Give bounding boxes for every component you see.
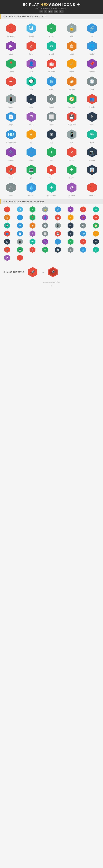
icon-symbol-large: ▶: [9, 44, 12, 48]
icon-label-large: sim flag: [49, 177, 54, 179]
hex-wrap-large: 🔒: [65, 22, 78, 35]
icon-label-large: rocket: [9, 177, 13, 179]
icon-symbol-large: 🌐: [89, 44, 95, 48]
hex-wrap-large: ⌂: [25, 40, 38, 52]
icon-cell-small: 📍: [26, 213, 39, 221]
icon-label-large: mouse: [90, 124, 95, 126]
icon-symbol-small: 🕐: [44, 224, 47, 227]
hex-shape-large: 📌: [87, 58, 97, 69]
icon-cell-large: 🖱mouse: [82, 109, 102, 127]
hex-shape-large: 📅: [46, 58, 57, 69]
hex-shape-small: 📷: [93, 238, 99, 245]
hex-wrap-large: ⬜: [45, 111, 58, 123]
icon-cell-large: 📱iphone: [1, 91, 21, 109]
hex-shape-small: 🖼: [16, 206, 23, 213]
icon-cell-small: 🔒: [39, 205, 52, 213]
hex-shape-small: −: [54, 238, 61, 245]
title-part1: 50 FLAT: [23, 2, 40, 7]
icon-cell-large: 👥friends: [82, 91, 102, 109]
hex-shape-small: ▶: [29, 246, 36, 253]
icon-label-large: waterdrop: [28, 195, 35, 196]
icon-label-large: timer: [29, 124, 33, 126]
icon-label-large: plus: [50, 159, 53, 161]
icon-label-large: gallery: [29, 35, 34, 37]
hex-shape-large: 📄: [6, 112, 16, 122]
icon-symbol-large: 🖥: [49, 79, 54, 84]
icon-symbol-small: ▶: [32, 249, 33, 251]
icon-symbol-small: 🔖: [6, 208, 8, 211]
icon-cell-large: ⊞grid: [41, 127, 62, 145]
hex-shape-large: 📎: [6, 147, 16, 158]
hex-shape-large: 🗑: [66, 41, 77, 52]
hex-shape-small: 📍: [29, 214, 36, 221]
hex-wrap-large: ✚: [65, 163, 78, 176]
hex-shape-small: 🔖: [16, 254, 23, 261]
icon-symbol-small: 👁: [32, 241, 34, 243]
icon-cell-large: 📄page: [1, 109, 21, 127]
hex-shape-large: ≡: [26, 129, 37, 140]
hex-shape-small: 👥: [4, 230, 10, 237]
icon-label-large: minus: [29, 159, 34, 161]
icon-symbol-small: ⚠: [69, 249, 71, 251]
icon-label-large: floppy disc: [68, 124, 76, 126]
icon-cell-large: 📌pinboard: [82, 56, 102, 74]
hex-shape-large: 👤: [26, 58, 37, 69]
icon-cell-large: ↩exit: [1, 74, 21, 91]
hex-shape-large: ⊞: [46, 129, 57, 140]
hex-wrap-large: ⤢: [65, 57, 78, 70]
hex-wrap-large: ▶: [45, 163, 58, 176]
hex-shape-small: 🚀: [4, 246, 10, 253]
hex-wrap-large: ✉: [45, 40, 58, 52]
hex-shape-large: 🖱: [87, 112, 97, 122]
icon-symbol-large: ⊞: [50, 132, 53, 136]
hex-shape-large: ⌂: [26, 41, 37, 52]
icon-symbol-large: ✏: [30, 97, 33, 101]
hex-wrap-large: ⏱: [25, 111, 38, 123]
hex-shape-small: ⚠: [67, 246, 74, 253]
hex-shape-small: ✉: [93, 206, 99, 213]
icon-symbol-large: ⤢: [70, 62, 73, 66]
hex-shape-small: ⚙: [80, 222, 87, 229]
icon-label-large: page: [9, 124, 13, 126]
icon-cell-large: 📎paperclip: [1, 145, 21, 162]
icon-grid-small: 🔖🖼✓🔒🔗▶⌂✉🗑🌐📍👤📅⤢📌↩💬🖥◉🕐📱✏⚙🧭👥📄⏱⬜💾🖱HD≡⊞📱👁📎−+×…: [0, 204, 103, 263]
hex-shape-small: 📱: [54, 222, 61, 229]
icon-symbol-small: 🖱: [69, 232, 71, 235]
hex-shape-large: 📷: [87, 147, 97, 158]
hex-shape-large: ✓: [46, 23, 57, 34]
icon-symbol-large: ≡: [30, 132, 33, 136]
icon-label-large: health: [69, 177, 74, 179]
icon-label-large: cancel: [69, 159, 74, 161]
icon-symbol-large: ◔: [70, 185, 74, 190]
icon-symbol-large: 🖼: [29, 26, 33, 30]
icon-symbol-small: ✚: [44, 249, 46, 251]
hex-wrap-large: 🌐: [86, 40, 98, 52]
icon-label-large: iphone: [8, 106, 14, 108]
hex-shape-small: ✓: [29, 206, 36, 213]
hex-shape-small: 👔: [54, 246, 61, 253]
icon-symbol-large: ⚠: [9, 185, 13, 190]
hex-wrap-large: ×: [65, 146, 78, 158]
icon-symbol-small: 👔: [56, 249, 59, 251]
icon-label-large: globe: [90, 53, 94, 55]
hex-wrap-large: 🔖: [5, 22, 17, 35]
hex-shape-small: 💾: [54, 230, 61, 237]
icon-cell-small: 🔖: [14, 253, 27, 261]
icon-cell-small: 💬: [1, 221, 14, 229]
icon-cell-large: −minus: [21, 145, 41, 162]
hex-shape-small: 🖥: [16, 222, 23, 229]
icon-symbol-small: 📅: [56, 216, 59, 219]
icon-cell-large: 💾floppy disc: [62, 109, 82, 127]
icon-label-large: exit: [10, 89, 12, 90]
hex-shape-large: 💧: [26, 182, 37, 193]
icon-symbol-large: 🖱: [90, 115, 94, 119]
style-after: 🚀: [47, 266, 59, 278]
hex-shape-small: 💻: [16, 246, 23, 253]
icon-label-large: link: [91, 35, 93, 37]
icon-label-large: grid: [50, 142, 53, 144]
hex-wrap-large: 🕐: [86, 75, 98, 88]
footer-note: see screenshots below: [0, 280, 103, 284]
hex-wrap-large: ✏: [25, 93, 38, 105]
hex-shape-small: 🧭: [93, 222, 99, 229]
icon-cell-large: 👔tie: [82, 162, 102, 180]
